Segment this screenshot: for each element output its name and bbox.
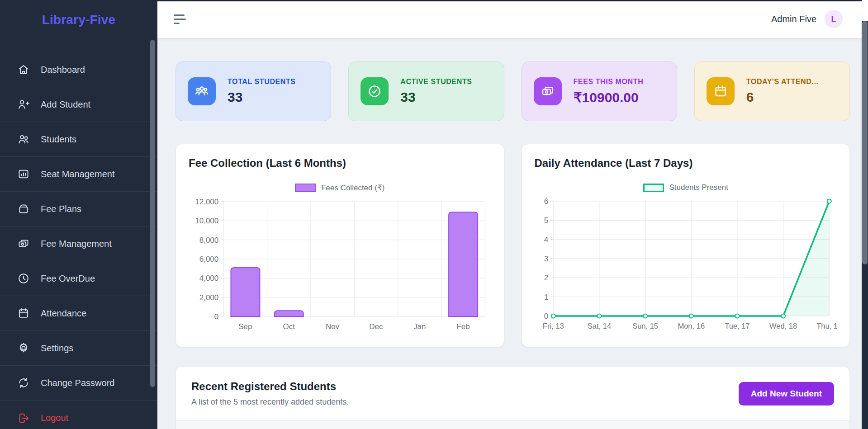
students-group-icon (188, 77, 216, 105)
app-root: Library-Five DashboardAdd StudentStudent… (0, 0, 868, 429)
avatar[interactable]: L (825, 10, 843, 28)
legend-swatch (643, 184, 664, 192)
sidebar-item-label: Fee OverDue (41, 273, 95, 284)
legend-label: Fees Collected (₹) (321, 183, 384, 193)
cash-icon (534, 77, 562, 105)
stat-cards-row: TOTAL STUDENTS33ACTIVE STUDENTS33FEES TH… (175, 61, 850, 121)
svg-text:5: 5 (544, 216, 548, 225)
stat-label: TOTAL STUDENTS (228, 78, 296, 86)
sidebar-item-attendance[interactable]: Attendance (0, 296, 157, 331)
svg-text:Oct: Oct (283, 322, 295, 331)
svg-text:6: 6 (544, 198, 548, 206)
svg-text:Wed, 18: Wed, 18 (769, 322, 797, 330)
svg-text:Jan: Jan (413, 322, 426, 331)
cash-icon (17, 237, 30, 250)
svg-text:3: 3 (544, 255, 548, 263)
add-new-student-button[interactable]: Add New Student (739, 382, 834, 405)
legend-swatch (295, 184, 316, 192)
main-scrollbar[interactable] (862, 0, 868, 429)
daily-attendance-card: Daily Attendance (Last 7 Days) Students … (522, 144, 850, 347)
seat-chart-icon (17, 168, 30, 180)
svg-text:Sep: Sep (238, 322, 252, 331)
main-area: Admin Five L TOTAL STUDENTS33ACTIVE STUD… (157, 0, 868, 429)
svg-text:Fri, 13: Fri, 13 (542, 322, 564, 330)
svg-text:8,000: 8,000 (199, 236, 219, 245)
svg-text:2: 2 (544, 273, 548, 282)
dashboard-content: TOTAL STUDENTS33ACTIVE STUDENTS33FEES TH… (157, 38, 868, 429)
sidebar-item-change-password[interactable]: Change Password (0, 366, 157, 401)
daily-attendance-line-chart: 0123456Fri, 13Sat, 14Sun, 15Mon, 16Tue, … (535, 198, 837, 333)
svg-text:Sat, 14: Sat, 14 (587, 322, 611, 330)
svg-text:6,000: 6,000 (199, 255, 219, 264)
sidebar-item-label: Seat Management (41, 169, 114, 179)
app-logo: Library-Five (0, 0, 157, 32)
fee-collection-bar-chart: 02,0004,0006,0008,00010,00012,000SepOctN… (189, 198, 491, 334)
sidebar-nav: DashboardAdd StudentStudentsSeat Managem… (0, 52, 157, 429)
sidebar-item-label: Change Password (41, 378, 114, 388)
recent-students-header: Recent Registered Students A list of the… (191, 380, 834, 407)
svg-text:Tue, 17: Tue, 17 (725, 322, 749, 330)
stat-value: ₹10900.00 (574, 90, 644, 105)
fee-chart-legend[interactable]: Fees Collected (₹) (189, 183, 491, 193)
sidebar-item-label: Settings (41, 343, 73, 354)
main-scrollbar-track-top (862, 0, 868, 21)
stat-value: 33 (228, 90, 296, 105)
sidebar-item-label: Dashboard (41, 65, 85, 75)
attendance-chart-legend[interactable]: Students Present (535, 183, 837, 192)
fee-collection-card: Fee Collection (Last 6 Months) Fees Coll… (175, 144, 504, 347)
sidebar-item-fee-overdue[interactable]: Fee OverDue (0, 261, 157, 296)
svg-text:12,000: 12,000 (195, 198, 218, 206)
sidebar: Library-Five DashboardAdd StudentStudent… (0, 0, 157, 429)
stat-card-active-students: ACTIVE STUDENTS33 (348, 61, 504, 121)
user-menu[interactable]: Admin Five L (771, 10, 843, 28)
recent-students-title: Recent Registered Students (191, 380, 349, 393)
stat-value: 6 (746, 90, 819, 105)
users-icon (17, 133, 30, 146)
sidebar-item-add-student[interactable]: Add Student (0, 87, 157, 122)
main-scrollbar-thumb[interactable] (862, 21, 868, 264)
gear-icon (17, 342, 30, 354)
sidebar-item-fee-plans[interactable]: Fee Plans (0, 192, 157, 226)
svg-text:0: 0 (214, 312, 218, 321)
svg-text:Sun, 15: Sun, 15 (632, 322, 658, 330)
sidebar-item-dashboard[interactable]: Dashboard (0, 52, 157, 87)
recent-students-subtitle: A list of the 5 most recently added stud… (191, 397, 349, 407)
sidebar-item-logout[interactable]: Logout (0, 401, 157, 429)
calendar-icon (707, 77, 735, 105)
svg-text:Nov: Nov (326, 322, 340, 331)
sidebar-item-label: Attendance (41, 308, 86, 319)
logout-icon (17, 412, 30, 424)
svg-text:Mon, 16: Mon, 16 (678, 322, 705, 330)
sidebar-item-students[interactable]: Students (0, 122, 157, 157)
svg-text:0: 0 (544, 312, 548, 321)
sidebar-item-label: Students (41, 134, 76, 145)
stat-value: 33 (400, 90, 472, 105)
stat-label: TODAY'S ATTEND... (746, 78, 819, 86)
stat-card-total-students: TOTAL STUDENTS33 (175, 61, 331, 121)
recent-students-card: Recent Registered Students A list of the… (175, 366, 850, 429)
table-header-sliver (176, 420, 849, 429)
window-top-edge (157, 0, 868, 1)
charts-row: Fee Collection (Last 6 Months) Fees Coll… (175, 144, 850, 347)
sidebar-item-fee-management[interactable]: Fee Management (0, 226, 157, 261)
rotate-icon (17, 377, 30, 389)
sidebar-scrollbar-thumb[interactable] (150, 40, 155, 387)
legend-label: Students Present (669, 183, 728, 192)
user-plus-icon (17, 98, 30, 111)
sidebar-item-settings[interactable]: Settings (0, 331, 157, 366)
briefcase-icon (17, 203, 30, 215)
svg-text:10,000: 10,000 (195, 217, 218, 225)
svg-text:Thu, 19: Thu, 19 (816, 322, 837, 330)
svg-text:2,000: 2,000 (199, 293, 219, 302)
sidebar-item-label: Logout (41, 413, 68, 423)
sidebar-item-label: Fee Plans (41, 204, 81, 214)
check-circle-icon (360, 77, 389, 105)
svg-text:4: 4 (544, 236, 548, 244)
svg-text:1: 1 (544, 293, 548, 302)
sidebar-item-seat-management[interactable]: Seat Management (0, 157, 157, 192)
svg-text:Feb: Feb (456, 322, 470, 331)
attendance-chart-title: Daily Attendance (Last 7 Days) (535, 157, 837, 170)
stat-label: FEES THIS MONTH (574, 78, 644, 86)
clock-icon (17, 272, 30, 285)
menu-icon[interactable] (171, 12, 189, 27)
